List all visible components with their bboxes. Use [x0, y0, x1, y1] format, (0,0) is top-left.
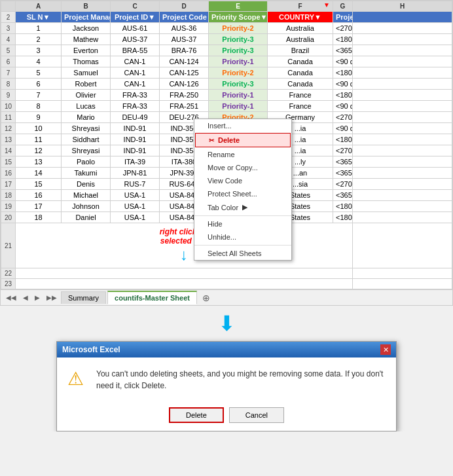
- context-menu-sep: [194, 215, 291, 216]
- header-ps[interactable]: Priority Scope▼: [209, 12, 268, 23]
- tab-summary[interactable]: Summary: [61, 291, 106, 304]
- filter-indicator: ▼: [323, 1, 330, 9]
- dialog-message: You can't undo deleting sheets, and you …: [96, 368, 386, 392]
- context-menu-tab-color[interactable]: Tab Color ▶: [194, 200, 291, 214]
- data-row-7: 9 7 Olivier FRA-33 FRA-250 Priority-1 Fr…: [1, 90, 452, 101]
- context-menu-move-copy[interactable]: Move or Copy...: [194, 161, 291, 174]
- corner-cell: [1, 1, 16, 12]
- context-menu-delete[interactable]: ✂ Delete: [195, 133, 291, 147]
- context-menu-rename[interactable]: Rename: [194, 148, 291, 161]
- dialog-warning-icon: ⚠: [67, 368, 88, 390]
- context-menu-select-all[interactable]: Select All Sheets: [194, 247, 291, 260]
- arrow-section: ⬇: [0, 306, 453, 341]
- col-header-e[interactable]: E: [209, 1, 268, 12]
- header-country[interactable]: COUNTRY▼: [268, 12, 333, 23]
- dialog-buttons: Delete Cancel: [57, 402, 396, 431]
- dialog-body: ⚠ You can't undo deleting sheets, and yo…: [57, 357, 396, 402]
- dialog-cancel-button[interactable]: Cancel: [229, 407, 284, 423]
- header-pc[interactable]: Project Code▼: [160, 12, 209, 23]
- empty-row-23: 23: [1, 279, 452, 289]
- empty-row-22: 22: [1, 268, 452, 279]
- header-pcd[interactable]: Project Completion Days▼: [333, 12, 353, 23]
- dialog-close-button[interactable]: ✕: [380, 344, 391, 355]
- tab-nav-prev[interactable]: ◀: [20, 293, 31, 302]
- col-header-g[interactable]: G: [333, 1, 353, 12]
- dialog-wrapper: Microsoft Excel ✕ ⚠ You can't undo delet…: [0, 341, 453, 431]
- annotation-area: right click onselected Tab ↓: [18, 225, 350, 266]
- dialog-delete-button[interactable]: Delete: [169, 407, 224, 423]
- context-menu-insert[interactable]: Insert...: [194, 119, 291, 132]
- header-pid[interactable]: Project ID▼: [111, 12, 160, 23]
- dialog-title: Microsoft Excel: [62, 345, 120, 354]
- data-row-6: 8 6 Robert CAN-1 CAN-126 Priority-3 Cana…: [1, 79, 452, 90]
- context-menu-view-code[interactable]: View Code: [194, 174, 291, 187]
- tab-bar: ◀◀ ◀ ▶ ▶▶ Summary countifs-Master Sheet …: [1, 289, 452, 305]
- spreadsheet: A B C D E F ▼ G H 2 SL N▼ Project Manage…: [0, 0, 453, 306]
- tab-countifs-master[interactable]: countifs-Master Sheet: [107, 291, 197, 304]
- data-row-4: 6 4 Thomas CAN-1 CAN-124 Priority-1 Cana…: [1, 56, 452, 67]
- context-menu-protect-sheet[interactable]: Protect Sheet...: [194, 187, 291, 200]
- col-header-b[interactable]: B: [62, 1, 111, 12]
- header-pm[interactable]: Project Manage▼: [62, 12, 111, 23]
- tab-nav-first[interactable]: ◀◀: [3, 293, 19, 302]
- data-row-1: 3 1 Jackson AUS-61 AUS-36 Priority-2 Aus…: [1, 23, 452, 34]
- data-row-2: 4 2 Mathew AUS-37 AUS-37 Priority-3 Aust…: [1, 34, 452, 45]
- annotation-arrow: ↓: [18, 246, 350, 264]
- data-row-5: 7 5 Samuel CAN-1 CAN-125 Priority-2 Cana…: [1, 67, 452, 79]
- tab-add-button[interactable]: ⊕: [198, 293, 214, 303]
- context-menu-sep2: [194, 245, 291, 246]
- dialog-titlebar: Microsoft Excel ✕: [57, 342, 396, 357]
- context-menu-hide[interactable]: Hide: [194, 217, 291, 230]
- context-menu: Insert... ✂ Delete Rename Move or Copy..…: [194, 119, 292, 261]
- col-header-h[interactable]: H: [353, 1, 452, 12]
- header-h: [353, 12, 452, 23]
- row-num-1: 2: [1, 12, 16, 23]
- data-row-8: 10 8 Lucas FRA-33 FRA-251 Priority-1 Fra…: [1, 101, 452, 112]
- delete-label: Delete: [218, 136, 240, 144]
- tab-nav-last[interactable]: ▶▶: [44, 293, 60, 302]
- excel-dialog: Microsoft Excel ✕ ⚠ You can't undo delet…: [56, 341, 397, 431]
- delete-icon: ✂: [209, 137, 214, 144]
- col-header-f[interactable]: F ▼: [268, 1, 333, 12]
- header-sl[interactable]: SL N▼: [16, 12, 62, 23]
- col-header-c[interactable]: C: [111, 1, 160, 12]
- col-header-a[interactable]: A: [16, 1, 62, 12]
- col-header-d[interactable]: D: [160, 1, 209, 12]
- tab-nav-next[interactable]: ▶: [32, 293, 43, 302]
- data-row-3: 5 3 Everton BRA-55 BRA-76 Priority-3 Bra…: [1, 45, 452, 56]
- context-menu-unhide[interactable]: Unhide...: [194, 230, 291, 244]
- down-arrow-icon: ⬇: [218, 312, 236, 335]
